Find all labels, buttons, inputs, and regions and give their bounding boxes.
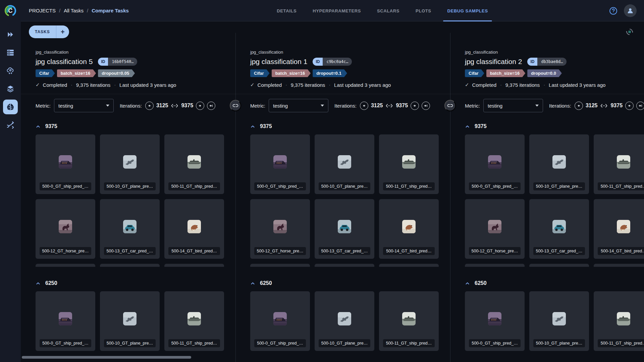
tasks-button-label[interactable]: TASKS	[29, 25, 56, 38]
debug-sample-card[interactable]: 500-0_GT_ship_pred_…	[36, 134, 95, 194]
sidebar-item-experiments[interactable]	[0, 98, 21, 116]
debug-sample-card[interactable]: 500-0_GT_ship_pred_…	[250, 134, 310, 194]
debug-sample-card[interactable]: 500-11_GT_ship_pred…	[594, 291, 644, 351]
metric-select[interactable]: testing	[483, 99, 543, 112]
debug-sample-card[interactable]: 500-10_GT_plane_pre…	[100, 291, 160, 351]
help-icon[interactable]	[609, 6, 618, 15]
sample-row: 500-0_GT_ship_pred_…500-10_GT_plane_pre……	[250, 291, 450, 351]
debug-sample-card[interactable]: 500-14_GT_bird_pred…	[594, 199, 644, 259]
sidebar-item-applications[interactable]	[0, 62, 21, 80]
next-iteration-button[interactable]	[196, 102, 204, 110]
debug-sample-card[interactable]: 500-12_GT_horse_pre…	[36, 199, 95, 259]
debug-sample-card[interactable]: 500-10_GT_plane_pre…	[529, 291, 589, 351]
iteration-group: 9375500-0_GT_ship_pred_…500-10_GT_plane_…	[36, 123, 235, 267]
tab-plots[interactable]: PLOTS	[408, 0, 439, 21]
debug-sample-card[interactable]: 500-14_GT_bird_pred…	[379, 199, 439, 259]
debug-sample-card[interactable]: 500-0_GT_ship_pred_…	[465, 134, 525, 194]
tab-hyperparameters[interactable]: HYPERPARAMETERS	[305, 0, 369, 21]
previous-iteration-button[interactable]	[575, 102, 583, 110]
debug-sample-card[interactable]: 500-10_GT_plane_pre…	[315, 291, 374, 351]
task-tag[interactable]: dropout=0.1	[313, 69, 347, 77]
bird-thumbnail	[402, 220, 416, 233]
previous-iteration-button[interactable]	[145, 102, 154, 110]
sidebar-item-pipelines[interactable]	[0, 116, 21, 134]
debug-sample-card[interactable]: 500-0_GT_ship_pred_…	[465, 291, 525, 351]
next-iteration-button[interactable]	[411, 102, 419, 110]
latest-iteration-button[interactable]	[422, 102, 430, 110]
user-avatar[interactable]	[624, 4, 637, 17]
debug-sample-card[interactable]: 500-11_GT_ship_pred…	[379, 134, 439, 194]
metric-label: Metric:	[36, 103, 51, 109]
iteration-number: 9375	[475, 123, 487, 129]
debug-sample-card[interactable]: 500-11_GT_ship_pred…	[379, 291, 439, 351]
sidebar-item-datasets[interactable]	[0, 80, 21, 98]
iteration-number: 9375	[45, 123, 57, 129]
sidebar-item-workers-queues[interactable]	[0, 44, 21, 62]
sidebar-item-projects[interactable]	[0, 25, 21, 44]
task-tag[interactable]: dropout=0.0	[527, 69, 562, 77]
iteration-group-header[interactable]: 9375	[250, 123, 450, 129]
debug-sample-card[interactable]: 500-0_GT_ship_pred_…	[36, 291, 95, 351]
debug-sample-card[interactable]: 500-11_GT_ship_pred…	[164, 134, 224, 194]
task-id-chip[interactable]: ID db3bae8d…	[527, 58, 567, 66]
iteration-group-header[interactable]: 9375	[36, 123, 235, 129]
debug-sample-card[interactable]: 500-11_GT_ship_pred…	[594, 134, 644, 194]
tab-details[interactable]: DETAILS	[269, 0, 305, 21]
task-tag[interactable]: Cifar	[250, 69, 270, 77]
iteration-group-header[interactable]: 6250	[250, 280, 450, 286]
project-name: jpg_classification	[36, 50, 229, 55]
debug-sample-card[interactable]: 500-12_GT_horse_pre…	[465, 199, 525, 259]
debug-sample-card[interactable]: 500-10_GT_plane_pre…	[100, 134, 160, 194]
debug-sample-card[interactable]: 500-11_GT_ship_pred…	[164, 291, 224, 351]
clearml-logo[interactable]: C	[0, 0, 21, 21]
status-text: Completed	[43, 82, 67, 88]
task-tag[interactable]: Cifar	[36, 69, 55, 77]
task-tag[interactable]: dropout=0.05	[98, 69, 135, 77]
breadcrumb-item[interactable]: All Tasks	[64, 8, 84, 13]
tasks-selector-button[interactable]: TASKS +	[29, 25, 69, 38]
next-iteration-button[interactable]	[625, 102, 634, 110]
debug-sample-card[interactable]: 500-14_GT_bird_pred…	[164, 199, 224, 259]
auto-refresh-icon[interactable]	[625, 27, 634, 36]
debug-sample-card[interactable]: 500-13_GT_car_pred_…	[529, 199, 589, 259]
id-badge: ID	[98, 58, 108, 66]
chevron-down-icon	[321, 105, 324, 107]
task-tag[interactable]: Cifar	[465, 69, 484, 77]
latest-iteration-button[interactable]	[636, 102, 644, 110]
debug-sample-card[interactable]: 500-12_GT_horse_pre…	[250, 199, 310, 259]
task-id-chip[interactable]: ID 16b0f540…	[98, 58, 137, 66]
sample-filename: 500-0_GT_ship_pred_…	[469, 182, 521, 190]
task-tag[interactable]: batch_size=16	[486, 69, 526, 77]
tab-debug-samples[interactable]: DEBUG SAMPLES	[439, 0, 496, 21]
task-tag[interactable]: batch_size=16	[57, 69, 96, 77]
metric-select[interactable]: testing	[54, 99, 114, 112]
metric-select[interactable]: testing	[269, 99, 328, 112]
previous-iteration-button[interactable]	[360, 102, 368, 110]
sample-filename: 500-11_GT_ship_pred…	[383, 182, 435, 190]
debug-sample-card[interactable]: 500-10_GT_plane_pre…	[315, 134, 374, 194]
add-task-button[interactable]: +	[56, 25, 69, 38]
iteration-number: 6250	[475, 280, 487, 286]
debug-sample-card[interactable]: 500-10_GT_plane_pre…	[529, 134, 589, 194]
latest-iteration-button[interactable]	[207, 102, 215, 110]
iteration-group-header[interactable]: 6250	[465, 280, 644, 286]
dot-separator: ·	[285, 82, 287, 87]
debug-sample-card[interactable]: 500-13_GT_car_pred_…	[100, 199, 160, 259]
dot-separator: ·	[543, 82, 545, 87]
last-updated-text: Last updated 3 years ago	[334, 82, 391, 88]
link-columns-icon[interactable]	[444, 100, 456, 111]
breadcrumb-item[interactable]: PROJECTS	[29, 8, 56, 13]
task-tag[interactable]: batch_size=16	[272, 69, 311, 77]
check-icon: ✓	[36, 82, 40, 88]
task-id-chip[interactable]: ID c9bc0a4c…	[313, 58, 352, 66]
debug-sample-card[interactable]: 500-13_GT_car_pred_…	[315, 199, 374, 259]
iteration-group-header[interactable]: 9375	[465, 123, 644, 129]
link-columns-icon[interactable]	[230, 100, 241, 111]
tab-scalars[interactable]: SCALARS	[369, 0, 408, 21]
brain-icon	[3, 100, 18, 114]
iteration-group-header[interactable]: 6250	[36, 280, 235, 286]
horizontal-scrollbar[interactable]	[22, 356, 191, 359]
breadcrumb-item[interactable]: Compare Tasks	[92, 8, 129, 13]
sample-filename: 500-10_GT_plane_pre…	[104, 182, 156, 190]
debug-sample-card[interactable]: 500-0_GT_ship_pred_…	[250, 291, 310, 351]
